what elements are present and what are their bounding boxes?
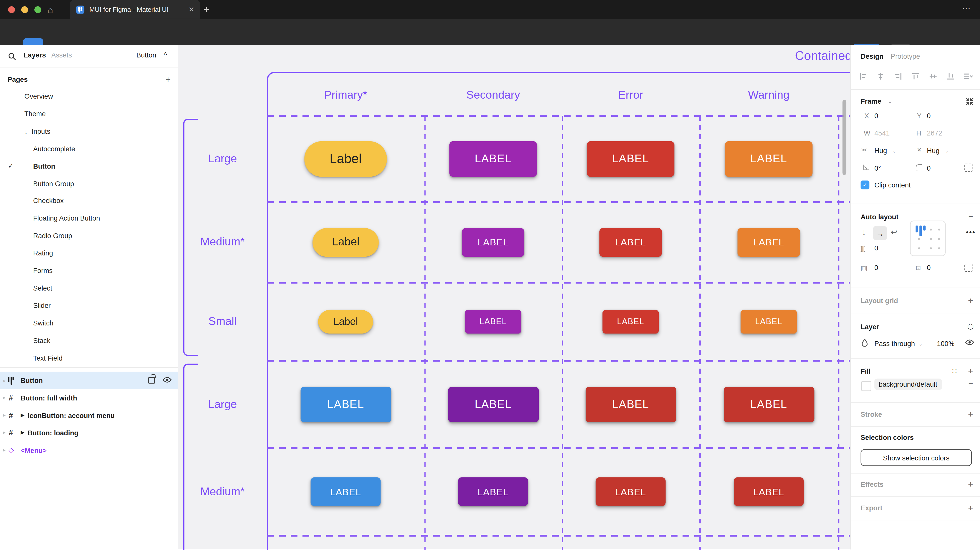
canvas[interactable]: Contained Primary*SecondaryErrorWarning … bbox=[178, 45, 850, 550]
x-value[interactable]: 0 bbox=[874, 112, 878, 119]
row-label-medium[interactable]: Medium* bbox=[178, 202, 267, 282]
canvas-button-secondary-medium[interactable]: LABEL bbox=[458, 477, 528, 506]
row-label-small[interactable]: Small bbox=[178, 282, 267, 360]
canvas-button-error-medium[interactable]: LABEL bbox=[596, 477, 666, 506]
tab-assets[interactable]: Assets bbox=[51, 51, 72, 59]
play-triangle-icon[interactable]: ▶ bbox=[21, 430, 24, 436]
align-left-icon[interactable] bbox=[858, 71, 868, 81]
page-item-text-field[interactable]: Text Field bbox=[0, 349, 178, 367]
hug-horizontal-value[interactable]: Hug bbox=[874, 147, 887, 154]
chevron-up-icon[interactable]: ^ bbox=[164, 51, 167, 58]
lock-open-icon[interactable] bbox=[148, 377, 155, 384]
expand-chevron-icon[interactable]: ▸ bbox=[0, 395, 9, 401]
horizontal-padding-value[interactable]: 0 bbox=[874, 264, 878, 271]
column-header-secondary[interactable]: Secondary bbox=[425, 87, 562, 103]
layer-row-button[interactable]: ▸Button bbox=[0, 372, 178, 389]
w-value[interactable]: 4541 bbox=[874, 129, 889, 137]
canvas-button-primary-medium[interactable]: Label bbox=[312, 228, 379, 257]
page-item-slider[interactable]: Slider bbox=[0, 297, 178, 314]
add-effect-button[interactable]: + bbox=[968, 479, 973, 489]
add-export-button[interactable]: + bbox=[968, 503, 973, 513]
search-icon[interactable] bbox=[8, 52, 16, 63]
remove-auto-layout-button[interactable]: − bbox=[969, 212, 973, 221]
canvas-button-secondary-large[interactable]: LABEL bbox=[449, 141, 537, 176]
canvas-button-error-large[interactable]: LABEL bbox=[587, 141, 675, 176]
page-item-button[interactable]: ✓Button bbox=[0, 157, 178, 175]
frame-section-header[interactable]: Frame bbox=[861, 97, 881, 105]
eye-icon[interactable] bbox=[965, 339, 974, 347]
frame-name-label[interactable]: Contained bbox=[795, 49, 850, 63]
chevron-down-icon[interactable]: ⌄ bbox=[888, 99, 892, 104]
window-more-icon[interactable]: ⋯ bbox=[962, 3, 971, 13]
page-item-overview[interactable]: Overview bbox=[0, 87, 178, 105]
tab-prototype[interactable]: Prototype bbox=[891, 52, 920, 60]
canvas-button-error-medium[interactable]: LABEL bbox=[600, 228, 662, 257]
canvas-button-error-small[interactable]: LABEL bbox=[603, 310, 659, 334]
layer-row-button-loading[interactable]: ▸#▶Button: loading bbox=[0, 424, 178, 442]
expand-chevron-icon[interactable]: ▸ bbox=[0, 430, 9, 436]
collapse-frame-icon[interactable] bbox=[966, 97, 974, 107]
tab-layers[interactable]: Layers bbox=[24, 51, 46, 59]
layer-row-button-full-width[interactable]: ▸#Button: full width bbox=[0, 389, 178, 407]
canvas-button-warning-large[interactable]: LABEL bbox=[725, 141, 813, 176]
canvas-button-primary-medium[interactable]: LABEL bbox=[310, 477, 380, 506]
independent-corners-icon[interactable] bbox=[964, 164, 972, 172]
canvas-button-secondary-large[interactable]: LABEL bbox=[448, 386, 538, 422]
canvas-button-primary-large[interactable]: LABEL bbox=[300, 386, 391, 422]
align-vertical-center-icon[interactable] bbox=[928, 71, 938, 81]
column-header-warning[interactable]: Warning bbox=[699, 87, 838, 103]
layout-horizontal-icon[interactable]: → bbox=[873, 226, 887, 240]
row-label-medium[interactable]: Medium* bbox=[178, 448, 267, 536]
home-icon[interactable]: ⌂ bbox=[48, 4, 53, 15]
auto-layout-more-icon[interactable]: ••• bbox=[966, 228, 976, 237]
align-top-icon[interactable] bbox=[911, 71, 921, 81]
layout-vertical-icon[interactable]: ↓ bbox=[862, 227, 866, 237]
tab-design[interactable]: Design bbox=[861, 52, 883, 60]
page-item-rating[interactable]: Rating bbox=[0, 245, 178, 262]
canvas-button-warning-large[interactable]: LABEL bbox=[724, 386, 814, 422]
rotation-value[interactable]: 0° bbox=[874, 164, 881, 172]
clip-content-checkbox[interactable]: ✓ bbox=[861, 181, 869, 189]
align-bottom-icon[interactable] bbox=[946, 71, 956, 81]
canvas-scrollbar[interactable] bbox=[842, 100, 846, 175]
canvas-button-secondary-medium[interactable]: LABEL bbox=[462, 228, 524, 257]
window-minimize-button[interactable] bbox=[21, 6, 28, 13]
page-item-checkbox[interactable]: Checkbox bbox=[0, 192, 178, 210]
tab-close-icon[interactable]: ✕ bbox=[189, 5, 194, 13]
window-close-button[interactable] bbox=[8, 6, 15, 13]
play-triangle-icon[interactable]: ▶ bbox=[21, 412, 24, 418]
row-label-large[interactable]: Large bbox=[178, 361, 267, 448]
canvas-button-error-large[interactable]: LABEL bbox=[585, 386, 676, 422]
new-tab-button[interactable]: + bbox=[204, 4, 209, 14]
page-item-stack[interactable]: Stack bbox=[0, 331, 178, 349]
page-item-button-group[interactable]: Button Group bbox=[0, 175, 178, 192]
add-page-button[interactable]: + bbox=[165, 74, 170, 84]
canvas-button-secondary-small[interactable]: LABEL bbox=[465, 310, 521, 334]
canvas-button-warning-medium[interactable]: LABEL bbox=[738, 228, 800, 257]
fill-color-swatch[interactable] bbox=[861, 381, 871, 391]
layer-row--menu-[interactable]: ▸◇<Menu> bbox=[0, 441, 178, 459]
vertical-padding-value[interactable]: 0 bbox=[927, 264, 931, 271]
add-layout-grid-button[interactable]: + bbox=[968, 296, 973, 305]
fill-style-name[interactable]: background/default bbox=[874, 378, 942, 390]
remove-fill-button[interactable]: − bbox=[969, 378, 973, 388]
row-label-large[interactable]: Large bbox=[178, 116, 267, 202]
h-value[interactable]: 2672 bbox=[927, 129, 942, 137]
window-zoom-button[interactable] bbox=[34, 6, 41, 13]
canvas-button-primary-large[interactable]: Label bbox=[304, 141, 387, 176]
layer-row-iconbutton-account-menu[interactable]: ▸#▶IconButton: account menu bbox=[0, 407, 178, 424]
expand-chevron-icon[interactable]: ▸ bbox=[0, 378, 9, 383]
add-fill-button[interactable]: + bbox=[968, 366, 973, 376]
independent-padding-icon[interactable] bbox=[964, 264, 972, 272]
page-item-floating-action-button[interactable]: Floating Action Button bbox=[0, 210, 178, 227]
hug-vertical-value[interactable]: Hug bbox=[927, 147, 939, 154]
page-item-inputs[interactable]: ↓Inputs bbox=[0, 122, 178, 140]
add-stroke-button[interactable]: + bbox=[968, 409, 973, 419]
document-tab[interactable]: MUI for Figma - Material UI ✕ bbox=[70, 0, 200, 19]
expand-chevron-icon[interactable]: ▸ bbox=[0, 447, 9, 453]
selection-breadcrumb[interactable]: Button bbox=[136, 51, 156, 59]
page-item-switch[interactable]: Switch bbox=[0, 314, 178, 332]
page-item-forms[interactable]: Forms bbox=[0, 262, 178, 279]
blend-mode-value[interactable]: Pass through bbox=[874, 340, 915, 347]
show-selection-colors-button[interactable]: Show selection colors bbox=[861, 449, 972, 466]
